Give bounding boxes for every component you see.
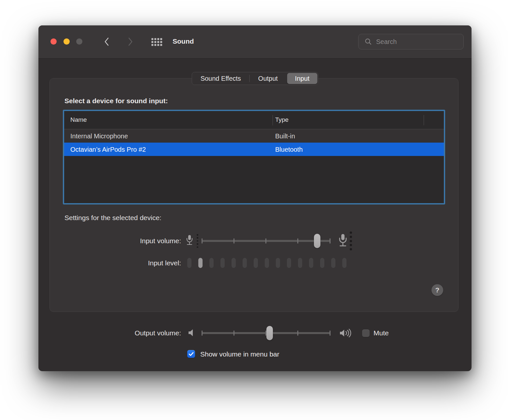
- table-header: Name Type: [64, 111, 444, 129]
- speaker-quiet-icon: [187, 328, 196, 337]
- titlebar: Sound: [38, 25, 472, 59]
- minimize-icon[interactable]: [64, 38, 70, 45]
- loud-dots-icon: [350, 231, 352, 250]
- slider-thumb[interactable]: [266, 326, 273, 340]
- level-segment: [265, 258, 269, 268]
- level-segment: [320, 258, 324, 268]
- column-divider: [273, 115, 273, 125]
- checkmark-icon: [187, 350, 195, 358]
- search-field[interactable]: [358, 34, 464, 49]
- mute-checkbox[interactable]: [362, 329, 370, 337]
- tab-input[interactable]: Input: [287, 73, 317, 84]
- level-segment: [198, 258, 203, 268]
- device-name: Octavian’s AirPods Pro #2: [70, 146, 146, 153]
- level-segment: [254, 258, 258, 268]
- microphone-quiet-icon: [186, 234, 193, 247]
- level-segment: [276, 258, 280, 268]
- device-row[interactable]: Internal MicrophoneBuilt-in: [64, 129, 444, 143]
- sound-preferences-window: Sound Sound EffectsOutputInput Select a …: [38, 25, 472, 371]
- level-segment: [331, 258, 335, 268]
- level-segment: [309, 258, 313, 268]
- level-segment: [342, 258, 346, 268]
- slider-thumb[interactable]: [314, 234, 320, 248]
- show-all-grid-icon[interactable]: [151, 38, 162, 46]
- tab-divider: [286, 75, 287, 82]
- tab-divider: [249, 75, 250, 82]
- slider-tick: [297, 238, 298, 244]
- level-segment: [187, 258, 191, 268]
- slider-tick: [297, 330, 298, 336]
- table-body: Internal MicrophoneBuilt-inOctavian’s Ai…: [64, 129, 444, 156]
- tab-bar: Sound EffectsOutputInput: [192, 72, 318, 85]
- settings-heading: Settings for the selected device:: [64, 214, 162, 222]
- search-input[interactable]: [375, 38, 459, 46]
- tab-sound-effects[interactable]: Sound Effects: [193, 73, 249, 84]
- level-segment: [287, 258, 291, 268]
- device-table: Name Type Internal MicrophoneBuilt-inOct…: [63, 110, 445, 204]
- show-volume-label: Show volume in menu bar: [200, 350, 279, 358]
- show-volume-checkbox[interactable]: [187, 350, 195, 358]
- output-volume-label: Output volume:: [64, 329, 181, 337]
- slider-tick: [330, 330, 331, 336]
- column-header-type[interactable]: Type: [275, 116, 289, 123]
- screen: Sound Sound EffectsOutputInput Select a …: [0, 0, 508, 420]
- forward-button[interactable]: [126, 37, 134, 47]
- input-level-meter: [187, 258, 346, 268]
- chevron-right-icon: [127, 37, 134, 47]
- speaker-loud-icon: [339, 328, 354, 339]
- device-type: Built-in: [275, 132, 295, 140]
- slider-tick: [202, 238, 203, 244]
- input-level-label: Input level:: [64, 259, 181, 267]
- mute-label: Mute: [374, 329, 389, 337]
- column-header-name[interactable]: Name: [70, 116, 87, 123]
- column-divider: [424, 115, 424, 125]
- tab-output[interactable]: Output: [250, 73, 286, 84]
- chevron-left-icon: [103, 37, 110, 47]
- help-button[interactable]: ?: [431, 284, 443, 296]
- input-volume-slider[interactable]: [202, 234, 330, 248]
- zoom-icon[interactable]: [76, 38, 82, 45]
- slider-tick: [233, 330, 234, 336]
- output-volume-slider[interactable]: [202, 326, 330, 340]
- level-segment: [209, 258, 214, 268]
- level-segment: [232, 258, 236, 268]
- device-row[interactable]: Octavian’s AirPods Pro #2Bluetooth: [64, 143, 444, 156]
- level-segment: [220, 258, 225, 268]
- quiet-dots-icon: [197, 234, 198, 248]
- slider-tick: [233, 238, 234, 244]
- window-title: Sound: [173, 37, 194, 45]
- search-icon: [364, 38, 372, 46]
- level-segment: [298, 258, 302, 268]
- slider-tick: [202, 330, 203, 336]
- device-type: Bluetooth: [275, 146, 303, 153]
- device-name: Internal Microphone: [70, 132, 128, 140]
- input-volume-label: Input volume:: [64, 237, 181, 245]
- microphone-loud-icon: [338, 232, 348, 249]
- slider-tick: [330, 238, 331, 244]
- level-segment: [243, 258, 247, 268]
- back-button[interactable]: [103, 37, 111, 47]
- slider-tick: [265, 238, 266, 244]
- close-icon[interactable]: [50, 38, 57, 45]
- select-device-heading: Select a device for sound input:: [64, 97, 168, 105]
